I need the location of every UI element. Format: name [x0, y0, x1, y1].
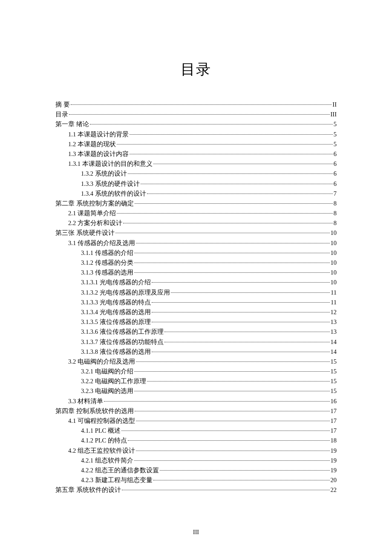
- toc-entry-label: 3.1.3 传感器的选用: [81, 268, 133, 278]
- toc-leader-dots: [134, 272, 330, 273]
- toc-entry: 1.3.3 系统的硬件设计6: [55, 179, 337, 189]
- toc-entry-page: 13: [331, 317, 337, 327]
- toc-leader-dots: [153, 164, 333, 164]
- toc-leader-dots: [164, 342, 330, 342]
- toc-entry: 第二章 系统控制方案的确定8: [55, 199, 337, 208]
- toc-entry: 第五章 系统软件的设计22: [55, 485, 337, 495]
- toc-leader-dots: [152, 352, 330, 352]
- toc-entry-label: 1.3.3 系统的硬件设计: [81, 179, 140, 189]
- toc-entry-label: 1.3.1 本课题设计的目的和意义: [68, 159, 153, 169]
- toc-entry-label: 3.1.3.4 光电传感器的选用: [81, 307, 151, 317]
- toc-entry: 3.1.3.3 光电传感器的特点11: [55, 298, 337, 307]
- toc-entry-page: 17: [331, 416, 337, 426]
- toc-leader-dots: [90, 124, 333, 124]
- toc-entry-label: 3.1.3.3 光电传感器的特点: [81, 298, 151, 307]
- toc-entry-page: 19: [331, 465, 337, 475]
- toc-entry-page: 10: [331, 258, 337, 268]
- toc-entry: 1.2 本课题的现状5: [55, 139, 337, 149]
- toc-entry-page: 15: [331, 376, 337, 386]
- toc-entry-page: 5: [334, 139, 337, 149]
- toc-entry-page: 20: [331, 475, 337, 485]
- toc-leader-dots: [135, 203, 333, 204]
- toc-entry-label: 3.2.2 电磁阀的工作原理: [81, 376, 146, 386]
- toc-entry-label: 第三张 系统硬件设计: [55, 228, 115, 238]
- toc-entry-page: 14: [331, 337, 337, 347]
- toc-entry: 3.2 电磁阀的介绍及选用15: [55, 357, 337, 367]
- toc-entry-page: 6: [334, 179, 337, 189]
- toc-entry-label: 2.2 方案分析和设计: [68, 218, 122, 228]
- toc-entry-page: 18: [331, 436, 337, 445]
- toc-entry-page: 19: [331, 456, 337, 465]
- toc-entry-label: 目录: [55, 110, 68, 119]
- toc-entry: 1.3 本课题的设计内容6: [55, 149, 337, 159]
- toc-entry: 3.2.2 电磁阀的工作原理15: [55, 376, 337, 386]
- toc-leader-dots: [115, 233, 330, 233]
- toc-entry-page: 10: [331, 228, 337, 238]
- document-page: 目录 摘 要II目录III第一章 绪论51.1 本课题设计的背景51.2 本课题…: [0, 0, 392, 529]
- table-of-contents: 摘 要II目录III第一章 绪论51.1 本课题设计的背景51.2 本课题的现状…: [55, 100, 337, 495]
- toc-entry: 2.1 课题简单介绍8: [55, 208, 337, 218]
- toc-entry: 4.1 可编程控制器的选型17: [55, 416, 337, 426]
- toc-entry-page: 5: [334, 119, 337, 129]
- toc-entry-page: 11: [331, 288, 337, 298]
- toc-leader-dots: [136, 421, 330, 421]
- toc-entry-page: 13: [331, 327, 337, 337]
- toc-entry-label: 1.2 本课题的现状: [68, 139, 116, 149]
- toc-entry-label: 3.1.3.5 液位传感器的原理: [81, 317, 151, 327]
- toc-entry-label: 4.2 组态王监控软件设计: [68, 446, 135, 456]
- toc-entry-label: 4.2.1 组态软件简介: [81, 456, 133, 465]
- toc-entry-label: 3.1.3.6 液位传感器的工作原理: [81, 327, 164, 337]
- page-footer: III: [0, 529, 392, 536]
- toc-entry: 1.3.2 系统的设计6: [55, 169, 337, 179]
- toc-entry-label: 1.3.2 系统的设计: [81, 169, 127, 179]
- toc-entry-label: 3.1.3.8 液位传感器的选用: [81, 347, 151, 357]
- toc-entry-label: 3.1.3.1 光电传感器的介绍: [81, 278, 151, 287]
- toc-entry-label: 3.1.3.7 液位传感器的功能特点: [81, 337, 164, 347]
- toc-entry-page: 14: [331, 347, 337, 357]
- toc-leader-dots: [136, 361, 330, 362]
- toc-entry-label: 第一章 绪论: [55, 119, 89, 129]
- toc-entry: 3.2.1 电磁阀的介绍15: [55, 367, 337, 376]
- toc-entry-page: 10: [331, 268, 337, 278]
- toc-entry: 4.1.1 PLC 概述 17: [55, 426, 337, 436]
- toc-entry-page: 19: [331, 446, 337, 456]
- toc-entry-label: 第四章 控制系统软件的选用: [55, 406, 134, 416]
- toc-entry: 3.1 传感器的介绍及选用10: [55, 238, 337, 248]
- toc-leader-dots: [141, 184, 333, 184]
- toc-entry-page: 8: [334, 208, 337, 218]
- toc-entry: 3.1.3.2 光电传感器的原理及应用11: [55, 288, 337, 298]
- toc-entry: 1.3.1 本课题设计的目的和意义6: [55, 159, 337, 169]
- toc-entry-page: 6: [334, 169, 337, 179]
- toc-entry: 3.1.3.7 液位传感器的功能特点14: [55, 337, 337, 347]
- toc-entry-label: 3.1 传感器的介绍及选用: [68, 238, 135, 248]
- toc-leader-dots: [147, 381, 330, 382]
- toc-entry-label: 4.2.2 组态王的通信参数设置: [81, 465, 159, 475]
- toc-entry: 第一章 绪论5: [55, 119, 337, 129]
- toc-entry-page: 11: [331, 298, 337, 307]
- toc-entry-label: 4.1.2 PLC 的特点: [81, 436, 127, 445]
- toc-entry-page: 12: [331, 307, 337, 317]
- toc-entry-page: 10: [331, 238, 337, 248]
- toc-leader-dots: [134, 391, 330, 391]
- toc-leader-dots: [134, 371, 330, 372]
- toc-entry-page: 22: [331, 485, 337, 495]
- toc-entry-label: 1.1 本课题设计的背景: [68, 130, 129, 139]
- toc-leader-dots: [104, 401, 330, 402]
- toc-leader-dots: [121, 431, 330, 431]
- toc-entry-page: 16: [331, 396, 337, 406]
- toc-leader-dots: [128, 440, 330, 441]
- toc-entry: 3.3 材料清单16: [55, 396, 337, 406]
- toc-leader-dots: [152, 302, 330, 303]
- toc-leader-dots: [134, 263, 330, 263]
- toc-leader-dots: [152, 322, 330, 322]
- toc-leader-dots: [152, 312, 330, 312]
- toc-entry-label: 3.1.1 传感器的介绍: [81, 248, 133, 258]
- toc-entry: 2.2 方案分析和设计8: [55, 218, 337, 228]
- toc-entry: 3.1.2 传感器的分类10: [55, 258, 337, 268]
- toc-entry-label: 1.3.4 系统的软件的设计: [81, 189, 146, 199]
- toc-entry-label: 2.1 课题简单介绍: [68, 208, 116, 218]
- toc-leader-dots: [136, 451, 330, 451]
- toc-entry-page: 15: [331, 367, 337, 376]
- toc-entry-page: III: [331, 110, 337, 119]
- toc-entry-label: 4.1.1 PLC 概述: [81, 426, 121, 436]
